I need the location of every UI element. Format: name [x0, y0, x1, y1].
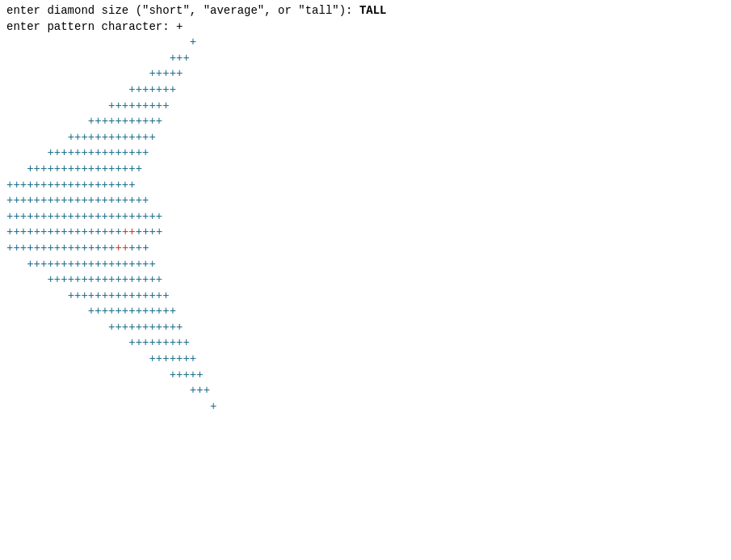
diamond-row: +++++++++++++++++++++++: [6, 209, 725, 225]
diamond-row: +++++++++++++++++: [6, 162, 725, 178]
prompt-line-1: enter diamond size ("short", "average", …: [6, 3, 725, 19]
diamond-row: +++++++: [6, 352, 725, 368]
diamond-row: +++++: [6, 66, 725, 82]
size-value: TALL: [359, 4, 387, 17]
diamond-row: +++++++++++++++: [6, 145, 725, 162]
diamond-row: +++++++: [6, 82, 725, 99]
prompt-line-2: enter pattern character: +: [6, 19, 725, 36]
diamond-row: +++++++++++: [6, 320, 725, 336]
diamond-row: +++++++++++++++++++: [6, 257, 725, 273]
diamond-row: +++++++++: [6, 99, 725, 115]
diamond-row: +++++++++++++++++++++: [6, 241, 725, 257]
diamond-row: +: [6, 35, 725, 51]
or-text: or: [278, 4, 292, 17]
diamond-row: +++++: [6, 368, 725, 384]
diamond-row: +++++++++++: [6, 114, 725, 130]
diamond-row: +++++++++++++: [6, 304, 725, 320]
diamond-row: +++++++++++++++++++: [6, 178, 725, 194]
diamond-row: +++++++++++++: [6, 130, 725, 146]
diamond-row: +++++++++++++++++: [6, 272, 725, 288]
terminal-output: enter diamond size ("short", "average", …: [6, 3, 725, 415]
diamond-row: +++++++++++++++++++++: [6, 193, 725, 209]
diamond-row: +++: [6, 383, 725, 399]
diamond-row: +++++++++++++++: [6, 288, 725, 305]
diamond-row: +++++++++++++++++++++++: [6, 225, 725, 241]
diamond-row: +++: [6, 51, 725, 67]
diamond-row: +++++++++: [6, 335, 725, 352]
diamond-output: + +++ +++++ +++++++ +++++++++ ++++++++++…: [6, 35, 725, 415]
diamond-row: +: [6, 399, 725, 415]
